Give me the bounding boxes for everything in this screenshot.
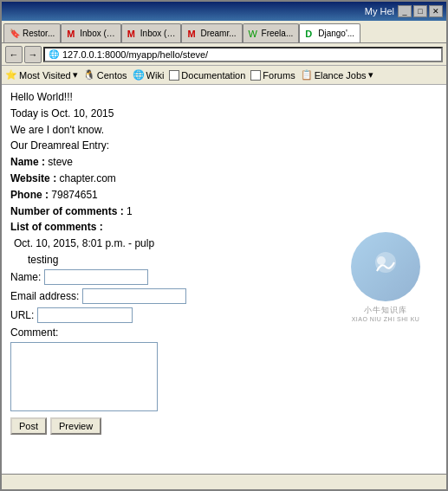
address-bar[interactable]: 🌐: [43, 47, 443, 62]
tab-bar: 🔖 Restor... M Inbox (… M Inbox (… M Drea…: [2, 21, 446, 43]
tab-inbox2[interactable]: M Inbox (…: [121, 23, 182, 42]
post-button[interactable]: Post: [10, 417, 47, 435]
phone-label: Phone :: [10, 189, 49, 201]
tab-django-icon: D: [305, 29, 315, 39]
form-comment-row: [10, 342, 438, 414]
wiki-icon: 🌐: [133, 69, 145, 81]
tab-restore-label: Restor...: [23, 29, 55, 38]
dreamreal-text: Our Dreamreal Entry:: [10, 139, 438, 153]
email-input[interactable]: [82, 288, 186, 304]
form-name-row: Name:: [10, 269, 438, 285]
bookmark-elance[interactable]: 📋 Elance Jobs ▾: [301, 69, 373, 81]
tab-django[interactable]: D Django'...: [299, 23, 360, 42]
elance-chevron-icon: ▾: [368, 69, 373, 81]
website-row: Website : chapter.com: [10, 171, 438, 186]
tab-django-label: Django'...: [318, 29, 354, 38]
tab-dreamr-label: Dreamr...: [200, 29, 236, 38]
bookmark-wiki[interactable]: 🌐 Wiki: [133, 69, 165, 81]
form-comment-label: Comment:: [10, 326, 58, 339]
maximize-button[interactable]: □: [413, 5, 427, 17]
name-row: Name : steve: [10, 155, 438, 170]
bookmark-centos[interactable]: 🐧 Centos: [83, 69, 127, 81]
title-bar: My Hel _ □ ✕: [2, 2, 446, 21]
tab-restore-icon: 🔖: [10, 29, 20, 39]
minimize-button[interactable]: _: [398, 5, 412, 17]
num-comments-value: 1: [127, 205, 133, 217]
bookmark-centos-label: Centos: [97, 70, 127, 81]
comment-text: testing: [28, 253, 438, 268]
phone-row: Phone : 79874651: [10, 188, 438, 203]
tab-freela-label: Freela...: [262, 29, 294, 38]
form-email-row: Email address:: [10, 288, 438, 304]
elance-icon: 📋: [301, 69, 313, 81]
preview-button[interactable]: Preview: [50, 417, 101, 435]
nav-bar: ← → 🌐: [2, 43, 446, 66]
title-text: My Hel: [5, 6, 398, 16]
website-label: Website :: [10, 172, 56, 184]
bookmark-elance-label: Elance Jobs: [315, 70, 367, 81]
form-url-label: URL:: [10, 309, 34, 321]
tab-inbox2-icon: M: [127, 29, 138, 39]
form-comment-label-row: Comment:: [10, 326, 438, 339]
tab-inbox1[interactable]: M Inbox (…: [61, 23, 121, 42]
tab-dreamr-icon: M: [187, 29, 198, 39]
bookmark-forums-label: Forums: [263, 70, 295, 81]
tab-inbox1-icon: M: [67, 29, 77, 39]
documentation-checkbox[interactable]: [169, 70, 179, 81]
chevron-down-icon: ▾: [73, 69, 78, 81]
comment-textarea[interactable]: [10, 342, 158, 411]
address-input[interactable]: [62, 49, 438, 60]
form-buttons-row: Post Preview: [10, 417, 438, 435]
name-label: Name :: [10, 156, 45, 168]
num-comments-row: Number of comments : 1: [10, 204, 438, 219]
comment-date: Oct. 10, 2015, 8:01 p.m. - pulp: [14, 236, 438, 251]
list-comments-heading: List of comments :: [10, 221, 103, 233]
hello-text: Hello World!!!: [10, 90, 438, 105]
bookmark-forums[interactable]: Forums: [250, 70, 295, 81]
bookmark-most-visited[interactable]: ⭐ Most Visited ▾: [5, 69, 78, 81]
tab-restore[interactable]: 🔖 Restor...: [3, 23, 61, 42]
url-input[interactable]: [37, 307, 133, 323]
forums-checkbox[interactable]: [250, 70, 261, 81]
close-button[interactable]: ✕: [429, 5, 443, 17]
content-area: 小牛知识库 XIAO NIU ZHI SHI KU Hello World!!!…: [2, 85, 446, 474]
name-input[interactable]: [44, 269, 148, 285]
centos-icon: 🐧: [83, 69, 95, 81]
secure-icon: 🌐: [49, 49, 59, 59]
website-value: chapter.com: [59, 172, 115, 184]
bookmark-most-visited-label: Most Visited: [19, 70, 71, 81]
tab-freela[interactable]: W Freela...: [243, 23, 300, 42]
comment-item: Oct. 10, 2015, 8:01 p.m. - pulp testing: [14, 236, 438, 268]
bookmarks-bar: ⭐ Most Visited ▾ 🐧 Centos 🌐 Wiki Documen…: [2, 66, 446, 85]
we-are-text: We are I don't know.: [10, 123, 438, 138]
title-buttons: _ □ ✕: [398, 5, 443, 17]
bookmark-wiki-label: Wiki: [146, 70, 165, 81]
form-url-row: URL:: [10, 307, 438, 323]
status-bar: [2, 474, 446, 489]
bookmark-documentation[interactable]: Documentation: [169, 70, 245, 81]
tab-freela-icon: W: [249, 29, 259, 39]
forward-button[interactable]: →: [24, 46, 42, 63]
name-value: steve: [48, 156, 73, 168]
form-email-label: Email address:: [10, 290, 79, 302]
browser-window: My Hel _ □ ✕ 🔖 Restor... M Inbox (… M In…: [0, 0, 448, 491]
list-comments-label: List of comments :: [10, 220, 438, 235]
num-comments-label: Number of comments :: [10, 205, 124, 217]
date-text: Today is Oct. 10, 2015: [10, 107, 438, 121]
form-name-label: Name:: [10, 271, 41, 283]
back-button[interactable]: ←: [5, 46, 23, 63]
star-icon: ⭐: [5, 69, 17, 81]
tab-inbox2-label: Inbox (…: [140, 29, 176, 38]
bookmark-documentation-label: Documentation: [181, 70, 245, 81]
phone-value: 79874651: [51, 189, 97, 201]
tab-inbox1-label: Inbox (…: [80, 29, 115, 38]
tab-dreamr[interactable]: M Dreamr...: [181, 23, 242, 42]
